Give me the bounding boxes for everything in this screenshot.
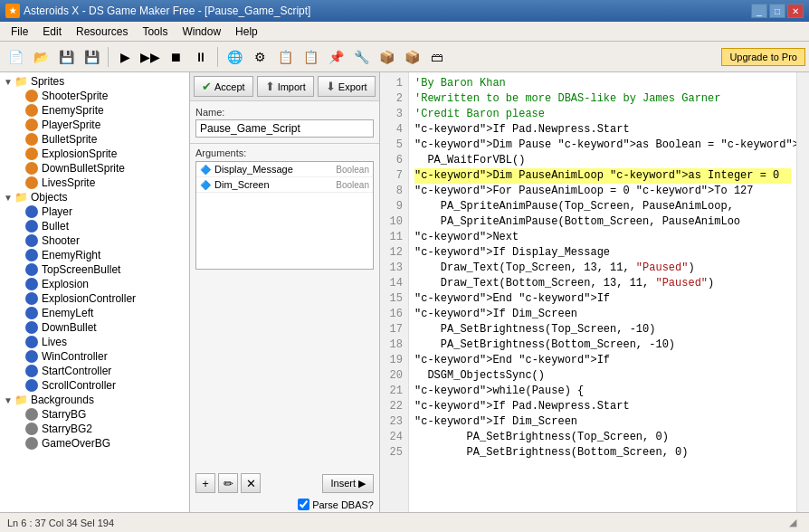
insert-arrow-icon: ▶ [358,478,366,489]
resize-grip: ◢ [789,517,802,529]
tree-item-topscreenbullet[interactable]: TopScreenBullet [0,262,189,277]
tb-btn5[interactable]: 🌐 [223,45,246,69]
bg-icon [25,437,38,450]
menu-tools[interactable]: Tools [135,24,175,40]
sprite-name: ExplosionSprite [42,147,117,160]
run-button[interactable]: ▶▶ [138,45,162,69]
title-bar-left: ★ Asteroids X - DS Game Maker Free - [Pa… [5,4,310,18]
tb-btn13[interactable]: 🗃 [425,45,449,69]
code-scrollbar[interactable] [796,72,809,512]
tree-item-enemyright[interactable]: EnemyRight [0,248,189,262]
tb-btn11[interactable]: 📦 [375,45,398,69]
tree-item-lives[interactable]: Lives [0,335,189,349]
code-content[interactable]: 'By Baron Khan'Rewritten to be more DBAS… [409,72,796,512]
bg-name: StarryBG [42,408,86,421]
tree-item-shooter[interactable]: Shooter [0,233,189,248]
window-title: Asteroids X - DS Game Maker Free - [Paus… [24,5,310,17]
sprite-name: EnemySprite [42,104,104,117]
open-button[interactable]: 📂 [29,45,52,69]
new-button[interactable]: 📄 [4,45,27,69]
stop-button[interactable]: ⏹ [164,45,187,69]
object-icon [25,205,38,218]
tree-item-playersprite[interactable]: PlayerSprite [0,118,189,132]
backgrounds-folder-icon: 📁 [14,394,28,406]
arg-item-0[interactable]: 🔷 Display_Message Boolean [196,162,373,177]
tree-group-backgrounds: ▼ 📁 Backgrounds StarryBG StarryBG2 GameO… [0,393,189,451]
object-name: StartController [42,365,111,377]
upgrade-button[interactable]: Upgrade to Pro [721,48,805,66]
tree-item-gameoverbg[interactable]: GameOverBG [0,436,189,451]
tree-item-enemysprite[interactable]: EnemySprite [0,103,189,118]
menu-file[interactable]: File [4,24,35,40]
tree-item-explosionsprite[interactable]: ExplosionSprite [0,147,189,161]
edit-arg-button[interactable]: ✏ [218,473,238,493]
build-button[interactable]: ▶ [113,45,137,69]
tree-item-explosion[interactable]: Explosion [0,277,189,291]
arg-icon: 🔷 [200,165,211,175]
tree-item-startcontroller[interactable]: StartController [0,364,189,378]
args-section: Arguments: 🔷 Display_Message Boolean 🔷 D… [190,144,379,470]
menu-help[interactable]: Help [228,24,265,40]
pause-button[interactable]: ⏸ [189,45,213,69]
bg-name: GameOverBG [42,437,110,450]
tree-item-player[interactable]: Player [0,204,189,219]
import-button[interactable]: ⬆ Import [257,76,314,97]
sprite-icon [25,176,38,189]
menu-resources[interactable]: Resources [69,24,135,40]
delete-arg-button[interactable]: ✕ [241,473,261,493]
tb-btn9[interactable]: 📌 [324,45,347,69]
sprite-icon [25,104,38,117]
maximize-button[interactable]: □ [769,4,785,18]
tree-item-bullet[interactable]: Bullet [0,219,189,233]
object-icon [25,220,38,233]
sprites-folder-icon: 📁 [14,75,28,88]
backgrounds-header[interactable]: ▼ 📁 Backgrounds [0,393,189,407]
save-all-button[interactable]: 💾 [80,45,103,69]
parse-checkbox[interactable] [298,499,309,510]
tb-btn10[interactable]: 🔧 [349,45,373,69]
tree-item-wincontroller[interactable]: WinController [0,349,189,364]
minimize-button[interactable]: _ [751,4,767,18]
tree-panel: ▼ 📁 Sprites ShooterSprite EnemySprite Pl… [0,72,190,512]
insert-button[interactable]: Insert ▶ [322,474,374,493]
name-input[interactable] [195,119,374,138]
menu-window[interactable]: Window [175,24,228,40]
objects-label: Objects [31,191,68,204]
sprite-name: DownBulletSprite [42,162,125,175]
sprite-name: ShooterSprite [42,90,108,102]
save-button[interactable]: 💾 [54,45,78,69]
tree-item-bulletsprite[interactable]: BulletSprite [0,132,189,147]
arg-item-1[interactable]: 🔷 Dim_Screen Boolean [196,177,373,193]
close-button[interactable]: ✕ [787,4,804,18]
menu-edit[interactable]: Edit [35,24,69,40]
tb-btn7[interactable]: 📋 [273,45,297,69]
object-name: Player [42,205,72,218]
tree-item-starrybg2[interactable]: StarryBG2 [0,422,189,436]
object-name: Shooter [42,234,80,247]
objects-header[interactable]: ▼ 📁 Objects [0,190,189,204]
tree-item-enemyleft[interactable]: EnemyLeft [0,306,189,320]
tb-btn8[interactable]: 📋 [299,45,322,69]
import-label: Import [278,81,306,92]
export-button[interactable]: ⬇ Export [318,76,376,97]
script-toolbar: ✔ Accept ⬆ Import ⬇ Export [190,72,379,101]
status-bar: Ln 6 : 37 Col 34 Sel 194 ◢ [0,512,809,532]
tree-item-scrollcontroller[interactable]: ScrollController [0,378,189,393]
sprites-label: Sprites [31,75,64,88]
object-name: TopScreenBullet [42,263,120,276]
tb-btn6[interactable]: ⚙ [248,45,271,69]
backgrounds-toggle: ▼ [4,395,13,405]
tb-btn12[interactable]: 📦 [400,45,424,69]
add-arg-button[interactable]: + [195,473,215,493]
tree-item-downbulletsprite[interactable]: DownBulletSprite [0,161,189,176]
sprites-header[interactable]: ▼ 📁 Sprites [0,74,189,89]
accept-button[interactable]: ✔ Accept [194,76,253,97]
tree-item-livessprite[interactable]: LivesSprite [0,176,189,190]
line-numbers: 1234567891011121314151617181920212223242… [380,72,409,512]
tree-item-explosioncontroller[interactable]: ExplosionController [0,291,189,306]
tree-item-shootersprite[interactable]: ShooterSprite [0,89,189,103]
tree-item-downbullet[interactable]: DownBullet [0,320,189,335]
insert-label: Insert [330,478,356,489]
import-icon: ⬆ [265,80,275,93]
tree-item-starrybg[interactable]: StarryBG [0,407,189,422]
